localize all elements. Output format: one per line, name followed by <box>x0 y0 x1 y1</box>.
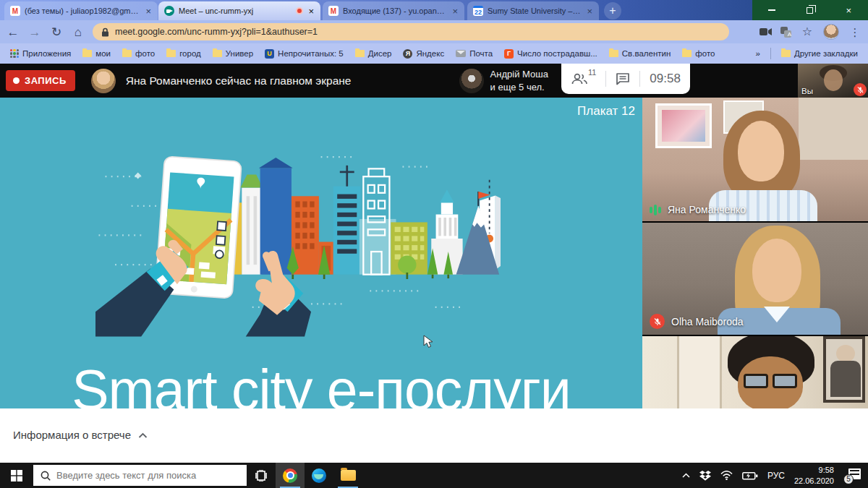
bookmark-article[interactable]: ГЧисло пострадавш... <box>500 47 602 61</box>
tab-gmail-1[interactable]: M (без темы) - juliaop1982@gmail. × <box>4 1 158 20</box>
other-bookmarks[interactable]: Другие закладки <box>777 47 862 60</box>
forward-icon[interactable]: → <box>27 26 42 38</box>
muted-mic-icon <box>650 314 665 329</box>
close-icon[interactable]: × <box>586 6 593 17</box>
bookmark-folder-foto[interactable]: фото <box>118 47 159 60</box>
chat-icon[interactable] <box>616 72 630 85</box>
browser-menu-icon[interactable]: ⋮ <box>848 27 862 38</box>
wall-panel <box>799 98 868 160</box>
self-view-tile[interactable]: Вы <box>798 64 868 98</box>
close-icon[interactable]: × <box>307 6 315 17</box>
tab-title: (без темы) - juliaop1982@gmail. <box>25 7 140 15</box>
tile-name-label: Olha Maiboroda <box>650 314 744 329</box>
apps-grid-icon <box>10 49 19 58</box>
taskbar-chrome[interactable] <box>276 463 305 488</box>
slide-page-label: Плакат 12 <box>577 104 635 119</box>
participant-face <box>738 121 784 181</box>
self-label: Вы <box>801 87 813 95</box>
taskbar-explorer[interactable] <box>333 463 362 488</box>
bookmark-folder-moi[interactable]: мои <box>78 47 115 60</box>
restore-button[interactable] <box>791 0 829 20</box>
reload-icon[interactable]: ↻ <box>49 26 64 38</box>
participant-avatar <box>459 69 484 93</box>
meet-top-bar: ЗАПИСЬ Яна Романченко сейчас на главном … <box>0 64 868 98</box>
folder-icon <box>122 50 132 57</box>
self-video-face <box>824 69 843 91</box>
meeting-info-button[interactable]: Информация о встрече <box>13 429 148 441</box>
participants-preview[interactable]: Андрій Моша и еще 5 чел. <box>459 68 548 93</box>
notification-count-badge: 5 <box>843 474 854 484</box>
tab-gmail-2[interactable]: M Входящие (137) - yu.opanasiuk × <box>323 1 464 20</box>
minimize-button[interactable] <box>752 0 791 20</box>
record-dot-icon <box>13 77 20 84</box>
url-text: meet.google.com/unc-rumm-yxj?pli=1&authu… <box>115 27 318 37</box>
search-input[interactable] <box>56 470 223 481</box>
bookmark-folder-foto2[interactable]: фото <box>678 47 719 60</box>
hidden-icons-chevron[interactable] <box>682 473 690 478</box>
folder-icon <box>355 50 365 57</box>
bookmark-apps[interactable]: Приложения <box>6 47 75 60</box>
toolbar-right: A ☆ ⋮ <box>760 24 862 40</box>
divider <box>605 71 606 87</box>
video-tile-third[interactable] <box>642 336 868 408</box>
tab-meet-active[interactable]: Meet – unc-rumm-yxj × <box>158 1 320 20</box>
taskbar-search[interactable] <box>33 465 247 486</box>
browser-tabstrip: M (без темы) - juliaop1982@gmail. × Meet… <box>0 0 868 20</box>
presenting-banner: Яна Романченко сейчас на главном экране <box>126 74 352 87</box>
bookmark-yandex[interactable]: ЯЯндекс <box>399 47 448 61</box>
participants-button[interactable]: 11 <box>571 72 596 85</box>
video-tile-yana[interactable]: Яна Романченко <box>642 98 868 221</box>
close-icon[interactable]: × <box>145 6 152 17</box>
participants-summary: Андрій Моша и еще 5 чел. <box>490 68 548 93</box>
back-icon[interactable]: ← <box>6 26 20 38</box>
close-icon[interactable]: × <box>451 6 459 17</box>
wall-portrait <box>823 336 865 403</box>
folder-icon <box>213 50 222 57</box>
wifi-icon[interactable] <box>720 471 733 480</box>
meet-bottom-bar: Информация о встрече ⋮ <box>0 408 868 463</box>
folder-icon <box>609 50 618 57</box>
taskbar-edge[interactable] <box>305 463 333 488</box>
presentation-stage: Плакат 12 <box>0 98 642 408</box>
video-tile-olha[interactable]: Olha Maiboroda <box>642 223 868 335</box>
lock-icon <box>101 27 109 37</box>
bookmarks-overflow[interactable]: » <box>751 47 764 60</box>
bookmark-folder-univer[interactable]: Универ <box>208 47 258 60</box>
bookmark-folder-diser[interactable]: Дисер <box>351 47 396 60</box>
meeting-clock: 09:58 <box>650 72 681 86</box>
clock-time: 9:58 <box>794 465 834 476</box>
profile-avatar[interactable] <box>823 24 839 40</box>
camera-in-use-icon[interactable] <box>760 27 772 36</box>
bookmark-unread[interactable]: UНепрочитаных: 5 <box>260 47 348 61</box>
bookmark-folder-valentin[interactable]: Св.валентин <box>605 47 675 60</box>
g-icon: Г <box>504 49 514 59</box>
close-window-button[interactable]: × <box>830 0 868 20</box>
tab-calendar[interactable]: 22 Sumy State University – календ × <box>467 1 599 20</box>
bookmark-folder-gorod[interactable]: город <box>162 47 205 60</box>
smart-city-illustration <box>95 134 501 343</box>
dropbox-icon[interactable] <box>699 471 711 481</box>
glasses <box>744 374 797 388</box>
address-bar[interactable]: meet.google.com/unc-rumm-yxj?pli=1&authu… <box>93 23 729 40</box>
background-door <box>677 336 722 408</box>
battery-icon[interactable] <box>742 471 758 480</box>
notification-center[interactable]: 5 <box>843 468 861 483</box>
taskbar-clock[interactable]: 9:58 22.06.2020 <box>794 465 834 487</box>
folder-icon <box>781 50 791 57</box>
home-icon[interactable]: ⌂ <box>71 26 85 38</box>
meet-icon <box>164 6 174 16</box>
system-tray: РУС 9:58 22.06.2020 5 <box>682 465 868 487</box>
task-view-button[interactable] <box>247 463 276 488</box>
new-tab-button[interactable]: + <box>604 2 621 20</box>
tile-name-label: Яна Романченко <box>650 204 746 215</box>
tab-title: Meet – unc-rumm-yxj <box>179 7 292 15</box>
bookmark-mail[interactable]: Почта <box>451 47 497 60</box>
start-button[interactable] <box>0 463 33 488</box>
self-muted-mic-icon <box>854 83 867 96</box>
language-indicator[interactable]: РУС <box>767 471 785 481</box>
tab-title: Входящие (137) - yu.opanasiuk <box>343 7 447 15</box>
recording-dot-icon <box>296 7 303 14</box>
bookmark-star-icon[interactable]: ☆ <box>800 26 814 38</box>
browser-toolbar: ← → ↻ ⌂ meet.google.com/unc-rumm-yxj?pli… <box>0 20 868 43</box>
translate-icon[interactable]: A <box>780 27 791 38</box>
